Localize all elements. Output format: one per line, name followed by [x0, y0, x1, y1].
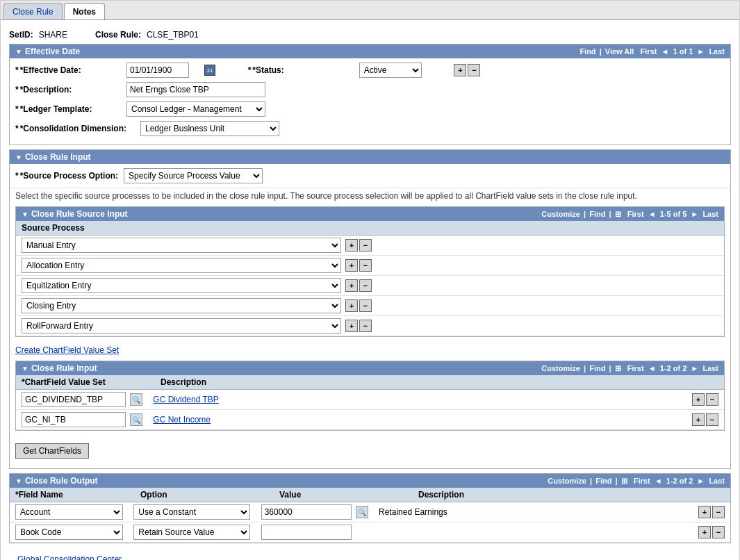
- chartfield-row-1: 🔍 GC Dividend TBP + −: [16, 390, 724, 410]
- toggle-icon-2[interactable]: ▼: [15, 154, 22, 161]
- source-add-4[interactable]: +: [345, 299, 358, 312]
- source-remove-5[interactable]: −: [359, 320, 372, 332]
- grid-link-3[interactable]: ⊞: [621, 477, 627, 485]
- output-option-select-1[interactable]: Use a Constant Retain Source Value Use a…: [133, 504, 250, 520]
- output-value-input-1[interactable]: [261, 504, 352, 520]
- remove-row-button-1[interactable]: −: [468, 64, 480, 76]
- eff-date-label: *Effective Date:: [15, 65, 113, 75]
- source-btns-2: + −: [345, 259, 372, 272]
- chartfield-remove-2[interactable]: −: [706, 413, 718, 426]
- output-add-2[interactable]: +: [698, 526, 711, 538]
- grid-link-2[interactable]: ⊞: [615, 364, 621, 372]
- last-link-3[interactable]: Last: [709, 477, 725, 485]
- desc-label: *Description:: [15, 85, 113, 94]
- toggle-icon[interactable]: ▼: [15, 48, 22, 56]
- eff-date-input[interactable]: [126, 63, 189, 78]
- add-row-button-1[interactable]: +: [454, 64, 466, 76]
- source-select-3[interactable]: Manual Entry Allocation Entry Equitizati…: [22, 278, 341, 293]
- chartfield-inner-header: ▼Close Rule Input Customize | Find | ⊞ F…: [16, 361, 724, 375]
- chartfield-inner-section: ▼Close Rule Input Customize | Find | ⊞ F…: [15, 361, 725, 431]
- chartfield-remove-1[interactable]: −: [706, 393, 718, 406]
- calendar-icon[interactable]: 31: [204, 65, 215, 76]
- chartfield-add-1[interactable]: +: [692, 393, 705, 406]
- customize-link-1[interactable]: Customize: [541, 210, 580, 218]
- source-add-5[interactable]: +: [345, 320, 358, 332]
- chartfield-desc-2[interactable]: GC Net Income: [153, 415, 211, 425]
- source-remove-2[interactable]: −: [359, 259, 372, 272]
- source-select-5[interactable]: Manual Entry Allocation Entry Equitizati…: [22, 318, 341, 333]
- source-add-2[interactable]: +: [345, 259, 358, 272]
- status-select[interactable]: Active Inactive: [359, 63, 422, 78]
- get-chartfields-button[interactable]: Get ChartFields: [15, 443, 89, 459]
- search-icon-2[interactable]: 🔍: [130, 413, 142, 426]
- output-option-select-2[interactable]: Use a Constant Retain Source Value Use a…: [133, 525, 250, 540]
- source-select-2[interactable]: Manual Entry Allocation Entry Equitizati…: [22, 258, 341, 273]
- toggle-icon-3[interactable]: ▼: [22, 211, 28, 218]
- close-rule-value: CLSE_TBP01: [147, 30, 199, 40]
- first-link[interactable]: First: [641, 47, 657, 56]
- setid-value: SHARE: [39, 30, 67, 40]
- chartfield-title: ▼Close Rule Input: [22, 363, 97, 373]
- toggle-icon-4[interactable]: ▼: [22, 365, 28, 372]
- col-value-header: Value: [279, 490, 418, 500]
- source-input-inner-header: ▼Close Rule Source Input Customize | Fin…: [16, 207, 724, 221]
- source-row-3: Manual Entry Allocation Entry Equitizati…: [16, 276, 724, 296]
- global-consolidation-link[interactable]: Global Consolidation Center: [17, 554, 122, 560]
- find-link[interactable]: Find: [579, 47, 595, 56]
- source-select-4[interactable]: Manual Entry Allocation Entry Equitizati…: [22, 298, 341, 313]
- tab-notes[interactable]: Notes: [64, 3, 105, 19]
- tab-close-rule[interactable]: Close Rule: [3, 3, 63, 19]
- search-icon-3[interactable]: 🔍: [356, 506, 368, 518]
- find-link-3[interactable]: Find: [595, 477, 611, 485]
- close-rule-input-section: ▼Close Rule Input *Source Process Option…: [9, 149, 731, 469]
- chartfield-desc-1[interactable]: GC Dividend TBP: [153, 395, 218, 404]
- source-add-3[interactable]: +: [345, 279, 358, 292]
- customize-link-2[interactable]: Customize: [541, 364, 580, 372]
- source-remove-1[interactable]: −: [359, 239, 372, 252]
- last-link-1[interactable]: Last: [702, 210, 718, 218]
- view-all-link[interactable]: View All: [605, 47, 634, 56]
- customize-link-3[interactable]: Customize: [548, 477, 586, 485]
- source-remove-4[interactable]: −: [359, 299, 372, 312]
- chartfield-input-2[interactable]: [22, 412, 126, 427]
- last-link-2[interactable]: Last: [702, 364, 718, 372]
- tabs-bar: Close Rule Notes: [1, 1, 739, 20]
- info-text: Select the specific source processes to …: [10, 188, 730, 204]
- source-select-1[interactable]: Manual Entry Allocation Entry Equitizati…: [22, 238, 341, 253]
- find-link-2[interactable]: Find: [589, 364, 605, 372]
- create-chartfield-link[interactable]: Create ChartField Value Set: [15, 345, 119, 355]
- search-icon-1[interactable]: 🔍: [130, 393, 142, 406]
- chartfield-input-1[interactable]: [22, 392, 126, 407]
- last-link[interactable]: Last: [709, 47, 725, 56]
- setid-pair: SetID: SHARE: [9, 30, 67, 40]
- source-row-4: Manual Entry Allocation Entry Equitizati…: [16, 296, 724, 316]
- source-option-label: *Source Process Option:: [15, 171, 118, 181]
- output-remove-1[interactable]: −: [712, 506, 725, 518]
- first-link-1[interactable]: First: [627, 210, 644, 218]
- toggle-icon-5[interactable]: ▼: [15, 477, 22, 485]
- source-add-1[interactable]: +: [345, 239, 358, 252]
- source-btns-5: + −: [345, 320, 372, 332]
- source-option-select[interactable]: Specify Source Process Value All Source …: [124, 168, 263, 183]
- source-remove-3[interactable]: −: [359, 279, 372, 292]
- close-rule-label: Close Rule:: [95, 30, 141, 40]
- source-input-controls: Customize | Find | ⊞ First ◄ 1-5 of 5 ► …: [541, 210, 718, 219]
- output-remove-2[interactable]: −: [712, 526, 725, 538]
- output-add-1[interactable]: +: [698, 506, 711, 518]
- source-input-title: ▼Close Rule Source Input: [22, 209, 128, 219]
- output-field-select-2[interactable]: Account Book Code: [15, 525, 123, 540]
- output-field-select-1[interactable]: Account Book Code: [15, 504, 123, 520]
- col-option-header: Option: [140, 490, 279, 500]
- ledger-select[interactable]: Consol Ledger - Management: [126, 101, 265, 117]
- add-remove-btns-1: + −: [454, 64, 480, 76]
- eff-row3: *Ledger Template: Consol Ledger - Manage…: [15, 101, 725, 117]
- find-link-1[interactable]: Find: [589, 210, 605, 218]
- chartfield-row-2: 🔍 GC Net Income + −: [16, 410, 724, 430]
- first-link-2[interactable]: First: [627, 364, 644, 372]
- chartfield-add-2[interactable]: +: [692, 413, 705, 426]
- consol-dim-select[interactable]: Ledger Business Unit: [140, 121, 279, 136]
- desc-input[interactable]: [126, 82, 265, 97]
- first-link-3[interactable]: First: [634, 477, 650, 485]
- grid-link-1[interactable]: ⊞: [615, 210, 621, 218]
- output-value-input-2[interactable]: [261, 525, 352, 540]
